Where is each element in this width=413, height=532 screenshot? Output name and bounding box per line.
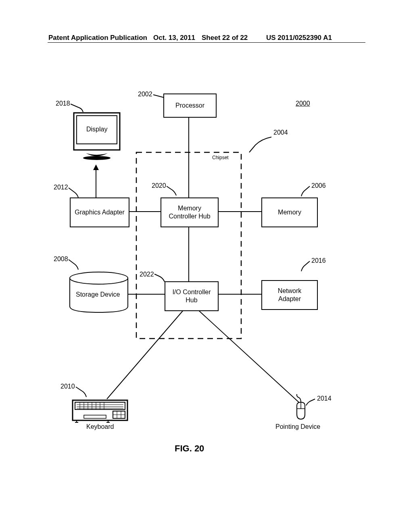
ref-2008: 2008 [54, 256, 68, 263]
io-controller-hub-block: I/O Controller Hub [165, 281, 219, 311]
ref-2002: 2002 [138, 91, 152, 98]
graphics-adapter-label: Graphics Adapter [75, 208, 125, 216]
ref-2022: 2022 [140, 271, 154, 278]
header-sheet: Sheet 22 of 22 [202, 34, 248, 42]
memory-controller-hub-label: Memory Controller Hub [169, 204, 210, 220]
header-date: Oct. 13, 2011 [153, 34, 195, 42]
io-controller-hub-label: I/O Controller Hub [172, 288, 211, 304]
network-adapter-label: Network Adapter [278, 287, 302, 303]
ref-2014: 2014 [317, 395, 332, 402]
ref-2000: 2000 [296, 100, 310, 107]
ref-2016: 2016 [311, 257, 326, 264]
header-publication: Patent Application Publication [48, 34, 147, 42]
ref-2006: 2006 [311, 182, 326, 189]
network-adapter-block: Network Adapter [261, 280, 318, 310]
figure-caption: FIG. 20 [175, 443, 204, 454]
svg-line-9 [107, 310, 184, 399]
svg-point-14 [70, 272, 128, 284]
connectors [48, 81, 365, 463]
ref-2004: 2004 [273, 129, 288, 136]
display-label: Display [86, 126, 107, 133]
svg-rect-15 [73, 400, 127, 420]
ref-2020: 2020 [152, 182, 166, 189]
keyboard-label: Keyboard [86, 423, 114, 430]
storage-device-label: Storage Device [76, 291, 120, 298]
memory-label: Memory [278, 208, 301, 216]
svg-rect-27 [113, 411, 125, 418]
ref-2010: 2010 [60, 383, 75, 390]
display-icon [74, 113, 120, 160]
memory-block: Memory [261, 197, 318, 227]
processor-label: Processor [175, 102, 204, 110]
svg-rect-31 [84, 415, 106, 418]
memory-controller-hub-block: Memory Controller Hub [161, 197, 219, 227]
chipset-box [48, 81, 365, 463]
pointing-device-label: Pointing Device [275, 423, 320, 430]
keyboard-icon [73, 400, 127, 422]
block-diagram: Processor Chipset Display Graphics Adapt… [48, 81, 365, 463]
svg-point-13 [83, 156, 111, 160]
svg-marker-8 [93, 164, 99, 170]
svg-line-10 [198, 310, 300, 403]
chipset-label: Chipset [212, 155, 229, 160]
ref-2012: 2012 [54, 184, 68, 191]
ref-2018: 2018 [56, 100, 70, 107]
svg-rect-16 [75, 402, 125, 409]
header-rule [48, 42, 365, 43]
graphics-adapter-block: Graphics Adapter [70, 197, 129, 227]
processor-block: Processor [163, 94, 217, 118]
mouse-icon [297, 394, 305, 419]
header-pubnumber: US 2011/0252390 A1 [266, 34, 332, 42]
